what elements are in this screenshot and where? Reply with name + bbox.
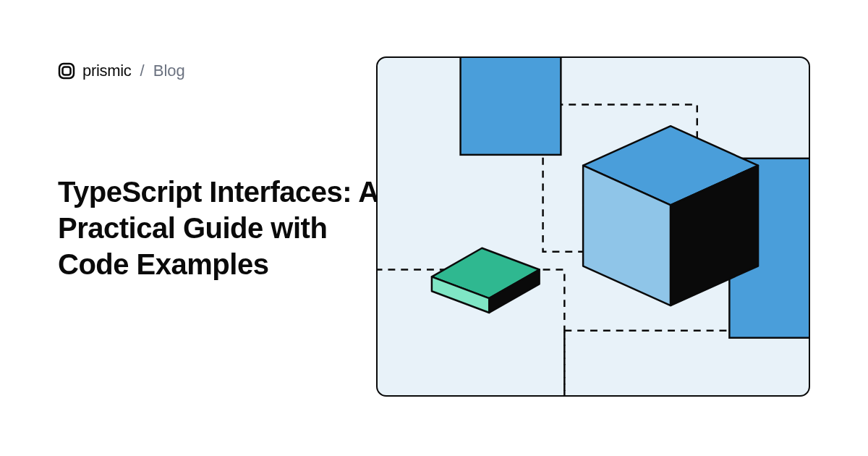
svg-rect-5 — [461, 58, 561, 155]
svg-rect-1 — [63, 67, 71, 75]
page-title: TypeScript Interfaces: A Practical Guide… — [58, 174, 405, 282]
breadcrumb: prismic / Blog — [58, 62, 185, 80]
breadcrumb-separator: / — [140, 62, 145, 80]
svg-rect-4 — [564, 331, 809, 395]
decorative-illustration — [376, 56, 810, 397]
brand-name: prismic — [82, 62, 132, 80]
breadcrumb-section: Blog — [153, 62, 185, 80]
svg-rect-0 — [59, 64, 74, 78]
prismic-logo-icon — [58, 62, 75, 80]
